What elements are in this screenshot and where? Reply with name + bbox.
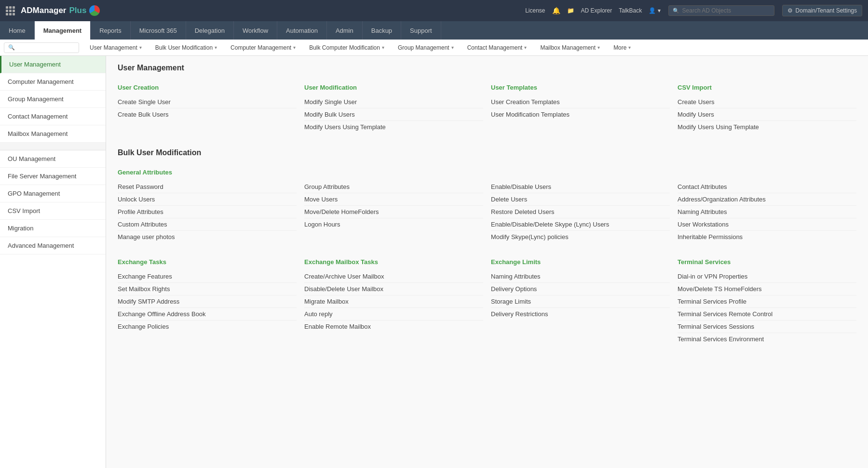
link-terminal-services-sessions[interactable]: Terminal Services Sessions (678, 321, 856, 333)
link-modify-bulk-users[interactable]: Modify Bulk Users (304, 108, 483, 121)
link-terminal-services-environment[interactable]: Terminal Services Environment (678, 333, 856, 345)
link-modify-users-using-template-csv[interactable]: Modify Users Using Template (678, 121, 856, 133)
link-create-bulk-users[interactable]: Create Bulk Users (118, 108, 297, 120)
sub-nav-search[interactable]: 🔍 (4, 42, 79, 53)
link-contact-attributes[interactable]: Contact Attributes (678, 181, 856, 193)
chevron-down-icon: ▾ (628, 45, 631, 50)
subnav-group-mgmt-label: Group Management (398, 44, 449, 51)
sidebar-item-ou-management[interactable]: OU Management (0, 150, 106, 168)
link-delivery-restrictions[interactable]: Delivery Restrictions (491, 308, 670, 320)
main-content: User Management User Creation Create Sin… (106, 56, 868, 468)
sidebar-item-advanced-management[interactable]: Advanced Management (0, 237, 106, 254)
nav-microsoft365[interactable]: Microsoft 365 (131, 21, 186, 40)
link-terminal-services-profile[interactable]: Terminal Services Profile (678, 295, 856, 308)
sidebar-item-contact-management[interactable]: Contact Management (0, 108, 106, 125)
search-box[interactable]: 🔍 (668, 5, 774, 16)
user-avatar[interactable]: 👤 ▾ (649, 7, 660, 14)
subnav-computer-mgmt[interactable]: Computer Management ▾ (225, 42, 301, 53)
link-disable-delete-user-mailbox[interactable]: Disable/Delete User Mailbox (304, 283, 483, 295)
link-modify-users[interactable]: Modify Users (678, 108, 856, 121)
sub-search-input[interactable] (17, 44, 75, 51)
subnav-contact-mgmt[interactable]: Contact Management ▾ (461, 42, 533, 53)
link-user-creation-templates[interactable]: User Creation Templates (491, 96, 670, 108)
link-naming-attributes-exc[interactable]: Naming Attributes (491, 270, 670, 283)
subnav-group-mgmt[interactable]: Group Management ▾ (392, 42, 460, 53)
link-modify-users-using-template[interactable]: Modify Users Using Template (304, 121, 483, 133)
link-logon-hours[interactable]: Logon Hours (304, 218, 483, 230)
link-manage-user-photos[interactable]: Manage user photos (118, 231, 297, 243)
terminal-services-title: Terminal Services (678, 258, 856, 266)
link-address-org-attributes[interactable]: Address/Organization Attributes (678, 193, 856, 206)
subnav-user-management-label: User Management (90, 44, 137, 51)
nav-home[interactable]: Home (0, 21, 35, 40)
link-user-workstations[interactable]: User Workstations (678, 218, 856, 231)
link-move-delete-homefolders[interactable]: Move/Delete HomeFolders (304, 206, 483, 218)
chevron-down-icon: ▾ (382, 45, 384, 50)
subnav-mailbox-mgmt-label: Mailbox Management (540, 44, 596, 51)
link-enable-disable-users[interactable]: Enable/Disable Users (491, 181, 670, 193)
grid-icon[interactable] (6, 6, 15, 15)
link-profile-attributes[interactable]: Profile Attributes (118, 206, 297, 218)
link-user-modification-templates[interactable]: User Modification Templates (491, 108, 670, 120)
app-logo[interactable]: ADManager Plus (21, 5, 100, 16)
link-restore-deleted-users[interactable]: Restore Deleted Users (491, 206, 670, 218)
sidebar-item-gpo-management[interactable]: GPO Management (0, 185, 106, 202)
nav-automation[interactable]: Automation (277, 21, 327, 40)
bell-icon[interactable]: 🔔 (552, 7, 560, 14)
sidebar-item-csv-import[interactable]: CSV Import (0, 202, 106, 220)
link-enable-disable-delete-skype[interactable]: Enable/Disable/Delete Skype (Lync) Users (491, 218, 670, 231)
domain-settings-button[interactable]: ⚙ Domain/Tenant Settings (782, 5, 862, 16)
link-create-users[interactable]: Create Users (678, 96, 856, 108)
search-input[interactable] (682, 7, 770, 14)
subnav-bulk-computer-mod[interactable]: Bulk Computer Modification ▾ (303, 42, 390, 53)
link-move-delete-ts-homefolders[interactable]: Move/Delete TS HomeFolders (678, 283, 856, 295)
nav-delegation[interactable]: Delegation (186, 21, 234, 40)
nav-admin[interactable]: Admin (327, 21, 363, 40)
link-modify-smtp-address[interactable]: Modify SMTP Address (118, 295, 297, 308)
user-management-section: User Management User Creation Create Sin… (118, 64, 856, 133)
talkback-link[interactable]: TalkBack (619, 7, 642, 14)
nav-backup[interactable]: Backup (363, 21, 401, 40)
link-unlock-users[interactable]: Unlock Users (118, 193, 297, 206)
nav-support[interactable]: Support (401, 21, 441, 40)
subnav-user-management[interactable]: User Management ▾ (84, 42, 148, 53)
link-migrate-mailbox[interactable]: Migrate Mailbox (304, 295, 483, 308)
sidebar-item-user-management[interactable]: User Management (0, 56, 106, 73)
sidebar-item-computer-management[interactable]: Computer Management (0, 73, 106, 91)
link-custom-attributes[interactable]: Custom Attributes (118, 218, 297, 231)
sidebar-item-migration[interactable]: Migration (0, 220, 106, 237)
link-delete-users[interactable]: Delete Users (491, 193, 670, 206)
sidebar-item-group-management[interactable]: Group Management (0, 91, 106, 108)
link-group-attributes[interactable]: Group Attributes (304, 181, 483, 193)
subnav-bulk-user-mod[interactable]: Bulk User Modification ▾ (149, 42, 223, 53)
link-terminal-services-remote-control[interactable]: Terminal Services Remote Control (678, 308, 856, 321)
subnav-mailbox-mgmt[interactable]: Mailbox Management ▾ (534, 42, 606, 53)
link-auto-reply[interactable]: Auto reply (304, 308, 483, 321)
domain-btn-label: Domain/Tenant Settings (796, 7, 857, 14)
link-create-archive-user-mailbox[interactable]: Create/Archive User Mailbox (304, 270, 483, 283)
ad-explorer-link[interactable]: AD Explorer (581, 7, 612, 14)
link-modify-single-user[interactable]: Modify Single User (304, 96, 483, 108)
link-enable-remote-mailbox[interactable]: Enable Remote Mailbox (304, 321, 483, 333)
user-management-grid: User Creation Create Single User Create … (118, 84, 856, 133)
nav-workflow[interactable]: Workflow (234, 21, 277, 40)
link-create-single-user[interactable]: Create Single User (118, 96, 297, 108)
link-move-users[interactable]: Move Users (304, 193, 483, 206)
link-set-mailbox-rights[interactable]: Set Mailbox Rights (118, 283, 297, 295)
link-inheritable-permissions[interactable]: Inheritable Permissions (678, 231, 856, 243)
link-exchange-offline-address-book[interactable]: Exchange Offline Address Book (118, 308, 297, 321)
link-storage-limits[interactable]: Storage Limits (491, 295, 670, 308)
link-delivery-options[interactable]: Delivery Options (491, 283, 670, 295)
link-exchange-features[interactable]: Exchange Features (118, 270, 297, 283)
link-exchange-policies[interactable]: Exchange Policies (118, 321, 297, 333)
nav-reports[interactable]: Reports (91, 21, 131, 40)
sidebar-item-file-server-management[interactable]: File Server Management (0, 168, 106, 185)
link-modify-skype-policies[interactable]: Modify Skype(Lync) policies (491, 231, 670, 243)
nav-management[interactable]: Management (35, 21, 91, 40)
license-link[interactable]: License (525, 7, 545, 14)
subnav-more[interactable]: More ▾ (608, 42, 637, 53)
sidebar-item-mailbox-management[interactable]: Mailbox Management (0, 125, 106, 143)
link-reset-password[interactable]: Reset Password (118, 181, 297, 193)
link-dialin-vpn[interactable]: Dial-in or VPN Properties (678, 270, 856, 283)
link-naming-attributes[interactable]: Naming Attributes (678, 206, 856, 218)
